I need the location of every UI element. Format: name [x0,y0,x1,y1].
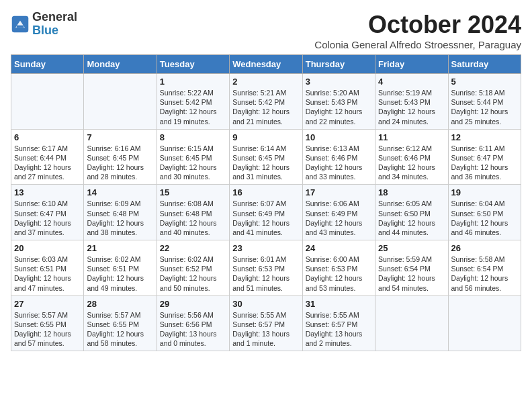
day-cell: 11Sunrise: 6:12 AM Sunset: 6:46 PM Dayli… [375,129,448,185]
day-cell: 1Sunrise: 5:22 AM Sunset: 5:42 PM Daylig… [157,74,229,130]
day-info: Sunrise: 5:18 AM Sunset: 5:44 PM Dayligh… [451,88,518,126]
day-cell: 19Sunrise: 6:04 AM Sunset: 6:50 PM Dayli… [448,185,521,240]
day-cell: 8Sunrise: 6:15 AM Sunset: 6:45 PM Daylig… [157,129,229,185]
day-info: Sunrise: 5:55 AM Sunset: 6:57 PM Dayligh… [306,310,372,349]
day-info: Sunrise: 6:05 AM Sunset: 6:50 PM Dayligh… [378,199,445,237]
day-number: 13 [14,187,81,197]
day-cell: 17Sunrise: 6:06 AM Sunset: 6:49 PM Dayli… [302,185,375,240]
week-row-3: 13Sunrise: 6:10 AM Sunset: 6:47 PM Dayli… [11,185,521,240]
location-subtitle: Colonia General Alfredo Stroessner, Para… [314,39,521,50]
day-info: Sunrise: 6:10 AM Sunset: 6:47 PM Dayligh… [14,199,81,237]
day-cell: 13Sunrise: 6:10 AM Sunset: 6:47 PM Dayli… [11,185,84,240]
day-number: 11 [378,132,445,142]
header-day-sunday: Sunday [11,55,84,74]
day-cell [11,74,84,130]
day-number: 31 [306,299,372,309]
calendar-header: SundayMondayTuesdayWednesdayThursdayFrid… [11,55,521,74]
day-cell: 25Sunrise: 5:59 AM Sunset: 6:54 PM Dayli… [375,240,448,296]
day-info: Sunrise: 5:19 AM Sunset: 5:43 PM Dayligh… [378,88,445,126]
day-info: Sunrise: 6:15 AM Sunset: 6:45 PM Dayligh… [160,144,226,182]
day-cell: 22Sunrise: 6:02 AM Sunset: 6:52 PM Dayli… [157,240,229,296]
day-number: 27 [14,299,81,309]
page-header: General Blue October 2024 Colonia Genera… [11,11,521,50]
logo: General Blue [11,11,77,38]
day-info: Sunrise: 6:14 AM Sunset: 6:45 PM Dayligh… [232,144,299,182]
day-info: Sunrise: 5:57 AM Sunset: 6:55 PM Dayligh… [87,310,153,349]
day-cell: 14Sunrise: 6:09 AM Sunset: 6:48 PM Dayli… [84,185,157,240]
day-info: Sunrise: 6:04 AM Sunset: 6:50 PM Dayligh… [451,199,518,237]
day-info: Sunrise: 5:55 AM Sunset: 6:57 PM Dayligh… [232,310,299,349]
day-number: 29 [160,299,226,309]
calendar-table: SundayMondayTuesdayWednesdayThursdayFrid… [11,54,521,351]
day-cell: 3Sunrise: 5:20 AM Sunset: 5:43 PM Daylig… [302,74,375,130]
day-info: Sunrise: 6:02 AM Sunset: 6:51 PM Dayligh… [87,255,153,293]
day-cell: 4Sunrise: 5:19 AM Sunset: 5:43 PM Daylig… [375,74,448,130]
day-number: 5 [451,77,518,87]
day-number: 23 [232,243,299,253]
day-number: 26 [451,243,518,253]
calendar-body: 1Sunrise: 5:22 AM Sunset: 5:42 PM Daylig… [11,74,521,351]
day-info: Sunrise: 5:57 AM Sunset: 6:55 PM Dayligh… [14,310,81,349]
day-number: 4 [378,77,445,87]
day-number: 14 [87,187,153,197]
day-cell: 9Sunrise: 6:14 AM Sunset: 6:45 PM Daylig… [230,129,302,185]
logo-blue: Blue [32,24,77,38]
day-info: Sunrise: 5:21 AM Sunset: 5:42 PM Dayligh… [232,88,299,126]
day-info: Sunrise: 5:20 AM Sunset: 5:43 PM Dayligh… [306,88,372,126]
header-day-wednesday: Wednesday [230,55,302,74]
day-cell: 12Sunrise: 6:11 AM Sunset: 6:47 PM Dayli… [448,129,521,185]
header-day-thursday: Thursday [302,55,375,74]
day-cell [375,295,448,351]
day-cell [448,295,521,351]
day-info: Sunrise: 6:08 AM Sunset: 6:48 PM Dayligh… [160,199,226,237]
header-day-saturday: Saturday [448,55,521,74]
day-cell [84,74,157,130]
day-info: Sunrise: 6:03 AM Sunset: 6:51 PM Dayligh… [14,255,81,293]
day-number: 6 [14,132,81,142]
day-cell: 5Sunrise: 5:18 AM Sunset: 5:44 PM Daylig… [448,74,521,130]
day-cell: 20Sunrise: 6:03 AM Sunset: 6:51 PM Dayli… [11,240,84,296]
day-cell: 31Sunrise: 5:55 AM Sunset: 6:57 PM Dayli… [302,295,375,351]
day-number: 10 [306,132,372,142]
week-row-5: 27Sunrise: 5:57 AM Sunset: 6:55 PM Dayli… [11,295,521,351]
day-number: 9 [232,132,299,142]
day-info: Sunrise: 6:09 AM Sunset: 6:48 PM Dayligh… [87,199,153,237]
day-number: 21 [87,243,153,253]
header-day-tuesday: Tuesday [157,55,229,74]
day-cell: 21Sunrise: 6:02 AM Sunset: 6:51 PM Dayli… [84,240,157,296]
day-info: Sunrise: 6:00 AM Sunset: 6:53 PM Dayligh… [306,255,372,293]
day-number: 30 [232,299,299,309]
day-cell: 28Sunrise: 5:57 AM Sunset: 6:55 PM Dayli… [84,295,157,351]
day-number: 15 [160,187,226,197]
day-cell: 27Sunrise: 5:57 AM Sunset: 6:55 PM Dayli… [11,295,84,351]
week-row-2: 6Sunrise: 6:17 AM Sunset: 6:44 PM Daylig… [11,129,521,185]
day-info: Sunrise: 6:11 AM Sunset: 6:47 PM Dayligh… [451,144,518,182]
day-number: 12 [451,132,518,142]
day-number: 16 [232,187,299,197]
day-cell: 26Sunrise: 5:58 AM Sunset: 6:54 PM Dayli… [448,240,521,296]
day-number: 20 [14,243,81,253]
day-cell: 23Sunrise: 6:01 AM Sunset: 6:53 PM Dayli… [230,240,302,296]
title-block: October 2024 Colonia General Alfredo Str… [314,11,521,50]
day-number: 25 [378,243,445,253]
day-cell: 16Sunrise: 6:07 AM Sunset: 6:49 PM Dayli… [230,185,302,240]
day-number: 18 [378,187,445,197]
logo-general: General [32,11,77,24]
day-info: Sunrise: 5:22 AM Sunset: 5:42 PM Dayligh… [160,88,226,126]
day-number: 22 [160,243,226,253]
day-cell: 29Sunrise: 5:56 AM Sunset: 6:56 PM Dayli… [157,295,229,351]
day-number: 8 [160,132,226,142]
day-number: 19 [451,187,518,197]
day-cell: 18Sunrise: 6:05 AM Sunset: 6:50 PM Dayli… [375,185,448,240]
header-day-monday: Monday [84,55,157,74]
day-info: Sunrise: 5:56 AM Sunset: 6:56 PM Dayligh… [160,310,226,349]
day-info: Sunrise: 6:17 AM Sunset: 6:44 PM Dayligh… [14,144,81,182]
day-cell: 24Sunrise: 6:00 AM Sunset: 6:53 PM Dayli… [302,240,375,296]
day-number: 17 [306,187,372,197]
day-cell: 7Sunrise: 6:16 AM Sunset: 6:45 PM Daylig… [84,129,157,185]
day-number: 2 [232,77,299,87]
day-number: 28 [87,299,153,309]
week-row-1: 1Sunrise: 5:22 AM Sunset: 5:42 PM Daylig… [11,74,521,130]
day-info: Sunrise: 6:12 AM Sunset: 6:46 PM Dayligh… [378,144,445,182]
day-cell: 15Sunrise: 6:08 AM Sunset: 6:48 PM Dayli… [157,185,229,240]
